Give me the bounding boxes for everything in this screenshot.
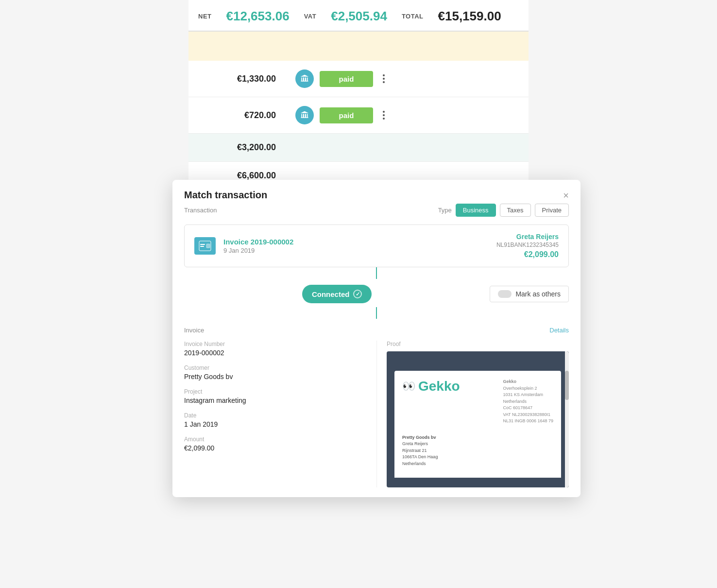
summary-bar: NET €12,653.06 VAT €2,505.94 TOTAL €15,1… (188, 0, 529, 32)
amount-field: Amount €2,099.00 (184, 436, 367, 452)
transaction-icons: paid (295, 106, 519, 124)
project-field: Project Instagram marketing (184, 388, 367, 404)
invoice-number-value: 2019-000002 (184, 349, 367, 357)
paid-button[interactable]: paid (320, 71, 373, 87)
customer-label: Customer (184, 364, 367, 371)
transaction-row: €1,330.00 paid (188, 61, 529, 97)
paid-button[interactable]: paid (320, 107, 373, 123)
invoice-number-label: Invoice Number (184, 341, 367, 347)
invoice-section-label: Invoice (184, 327, 204, 334)
yellow-banner (188, 32, 529, 61)
mark-as-others-button[interactable]: Mark as others (490, 286, 569, 302)
invoice-bank-account: NL91BANK1232345345 (496, 242, 559, 248)
connector-top (172, 267, 580, 279)
amount-value: €2,099.00 (184, 444, 367, 452)
invoice-icon (194, 237, 216, 255)
toggle-icon (498, 290, 512, 298)
invoice-left-details: Invoice Number 2019-000002 Customer Pret… (184, 341, 376, 487)
proof-logo: 👀 Gekko (402, 379, 460, 394)
bank-icon (295, 69, 314, 88)
type-private-button[interactable]: Private (535, 204, 569, 217)
date-value: 1 Jan 2019 (184, 420, 367, 428)
proof-image: 👀 Gekko Gekko Overhoeksplein 2 1031 KS A… (387, 351, 569, 487)
proof-customer-block: Pretty Goods bv Greta Reijers Rijnstraat… (402, 434, 553, 467)
invoice-customer: Greta Reijers (496, 233, 559, 241)
svg-rect-1 (200, 244, 205, 245)
checkmark-icon: ✓ (353, 290, 362, 298)
date-field: Date 1 Jan 2019 (184, 412, 367, 428)
invoice-date: 9 Jan 2019 (223, 247, 489, 254)
invoice-details-grid: Invoice Number 2019-000002 Customer Pret… (184, 341, 569, 487)
type-label: Type (438, 207, 452, 214)
bank-icon (295, 106, 314, 124)
invoice-card: Invoice 2019-000002 9 Jan 2019 Greta Rei… (184, 225, 569, 267)
type-selector: Type Business Taxes Private (438, 204, 569, 217)
total-label: TOTAL (402, 13, 424, 20)
gekko-name: Gekko (418, 379, 460, 394)
svg-rect-2 (200, 246, 204, 247)
transaction-row: €3,200.00 (188, 134, 529, 162)
vat-label: VAT (304, 13, 317, 20)
vert-line (376, 307, 377, 319)
modal-sub: Transaction Type Business Taxes Private (172, 201, 580, 225)
invoice-right: Greta Reijers NL91BANK1232345345 €2,099.… (496, 233, 559, 259)
proof-section: Proof 👀 Gekko Gekko Overhoeksplein 2 103… (376, 341, 569, 487)
transaction-icons: paid (295, 69, 519, 88)
customer-value: Pretty Goods bv (184, 373, 367, 380)
transaction-amount: €6,600.00 (198, 171, 276, 181)
connected-badge: Connected ✓ (302, 285, 372, 303)
mark-as-others-label: Mark as others (515, 290, 561, 298)
transaction-label: Transaction (184, 207, 217, 214)
transaction-amount: €1,330.00 (198, 74, 276, 84)
transaction-amount: €720.00 (198, 110, 276, 121)
proof-address: Gekko Overhoeksplein 2 1031 KS Amsterdam… (503, 379, 553, 425)
details-link[interactable]: Details (549, 327, 569, 334)
net-label: NET (198, 13, 212, 20)
invoice-number[interactable]: Invoice 2019-000002 (223, 238, 489, 246)
close-button[interactable]: × (563, 190, 569, 200)
date-label: Date (184, 412, 367, 419)
project-label: Project (184, 388, 367, 395)
more-options-button[interactable] (379, 72, 389, 85)
connected-row: Connected ✓ Mark as others (172, 281, 580, 307)
vat-value: €2,505.94 (331, 9, 387, 24)
proof-image-inner: 👀 Gekko Gekko Overhoeksplein 2 1031 KS A… (394, 371, 561, 478)
amount-label: Amount (184, 436, 367, 443)
transaction-row: €720.00 paid (188, 97, 529, 134)
invoice-number-field: Invoice Number 2019-000002 (184, 341, 367, 357)
match-transaction-modal: Match transaction × Transaction Type Bus… (172, 180, 580, 497)
project-value: Instagram marketing (184, 397, 367, 404)
transaction-amount: €3,200.00 (198, 142, 276, 153)
customer-field: Customer Pretty Goods bv (184, 364, 367, 380)
type-business-button[interactable]: Business (456, 204, 496, 217)
type-taxes-button[interactable]: Taxes (500, 204, 531, 217)
modal-title: Match transaction (184, 190, 267, 201)
invoice-section-header: Invoice Details (184, 327, 569, 334)
more-options-button[interactable] (379, 109, 389, 121)
total-value: €15,159.00 (438, 9, 501, 24)
vert-line (376, 267, 377, 279)
modal-header: Match transaction × (172, 180, 580, 201)
invoice-section: Invoice Details Invoice Number 2019-0000… (172, 319, 580, 497)
svg-rect-3 (206, 244, 210, 248)
scrollbar-thumb (565, 371, 569, 400)
net-value: €12,653.06 (226, 9, 290, 24)
scrollbar[interactable] (565, 351, 569, 487)
invoice-info: Invoice 2019-000002 9 Jan 2019 (223, 238, 489, 254)
invoice-amount: €2,099.00 (496, 250, 559, 259)
gekko-eyes-icon: 👀 (402, 380, 415, 393)
connected-label: Connected (312, 290, 350, 298)
connector-bottom (172, 307, 580, 319)
proof-label: Proof (387, 341, 569, 347)
